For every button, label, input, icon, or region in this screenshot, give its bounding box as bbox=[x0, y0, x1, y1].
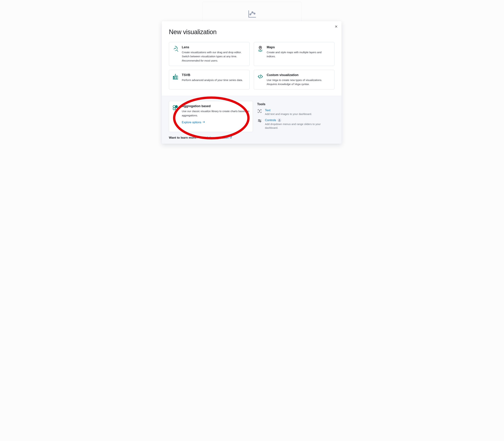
card-title: Custom visualization bbox=[267, 73, 331, 77]
card-custom-visualization[interactable]: Custom visualization Use Vega to create … bbox=[254, 70, 334, 90]
svg-point-11 bbox=[175, 108, 177, 110]
code-icon bbox=[257, 74, 264, 80]
arrow-right-icon bbox=[202, 121, 205, 124]
svg-rect-5 bbox=[175, 75, 176, 79]
read-documentation-link[interactable]: Read documentation bbox=[201, 136, 232, 140]
svg-point-10 bbox=[173, 108, 175, 110]
new-visualization-modal: New visualization Lens Create visualizat… bbox=[162, 21, 342, 144]
tools-heading: Tools bbox=[257, 102, 334, 106]
modal-title: New visualization bbox=[169, 28, 334, 36]
card-description: Create visualizations with our drag and … bbox=[182, 50, 246, 63]
tool-name-link[interactable]: Controls bbox=[265, 118, 281, 122]
maps-icon bbox=[257, 46, 264, 52]
controls-tool-icon bbox=[257, 118, 262, 123]
tool-controls[interactable]: Controls Add dropdown menus and range sl… bbox=[257, 118, 334, 130]
card-title: Maps bbox=[267, 46, 331, 49]
card-description: Create and style maps with multiple laye… bbox=[267, 50, 331, 59]
svg-point-12 bbox=[259, 120, 260, 121]
beaker-badge bbox=[277, 118, 281, 122]
card-description: Perform advanced analysis of your time s… bbox=[182, 78, 246, 82]
card-title: TSVB bbox=[182, 73, 246, 77]
tool-name-link[interactable]: Text bbox=[265, 109, 270, 112]
card-description: Use our classic visualize library to cre… bbox=[182, 109, 250, 117]
card-maps[interactable]: Maps Create and style maps with multiple… bbox=[254, 42, 334, 66]
chart-placeholder-icon bbox=[247, 16, 257, 19]
lens-icon bbox=[172, 46, 179, 52]
card-lens[interactable]: Lens Create visualizations with our drag… bbox=[169, 42, 250, 66]
learn-more-label: Want to learn more? bbox=[169, 136, 198, 139]
close-icon bbox=[335, 25, 337, 28]
card-tsvb[interactable]: TSVB Perform advanced analysis of your t… bbox=[169, 70, 250, 90]
aggregation-icon bbox=[172, 105, 179, 111]
svg-point-13 bbox=[260, 121, 261, 122]
card-title: Lens bbox=[182, 46, 246, 49]
svg-point-8 bbox=[173, 106, 175, 108]
tsvb-icon bbox=[172, 74, 179, 80]
tool-text[interactable]: Text Add text and images to your dashboa… bbox=[257, 109, 334, 116]
text-tool-icon bbox=[257, 109, 262, 113]
svg-point-3 bbox=[260, 47, 261, 48]
explore-options-link[interactable]: Explore options bbox=[182, 121, 205, 124]
external-link-icon bbox=[230, 136, 232, 140]
tool-description: Add text and images to your dashboard. bbox=[265, 112, 312, 116]
svg-rect-6 bbox=[176, 76, 177, 79]
card-description: Use Vega to create new types of visualiz… bbox=[267, 78, 331, 86]
card-aggregation-based[interactable]: Aggregation based Use our classic visual… bbox=[169, 101, 253, 132]
card-title: Aggregation based bbox=[182, 104, 250, 108]
close-button[interactable] bbox=[334, 24, 339, 29]
svg-point-9 bbox=[175, 106, 177, 108]
tool-description: Add dropdown menus and range sliders to … bbox=[265, 122, 334, 130]
